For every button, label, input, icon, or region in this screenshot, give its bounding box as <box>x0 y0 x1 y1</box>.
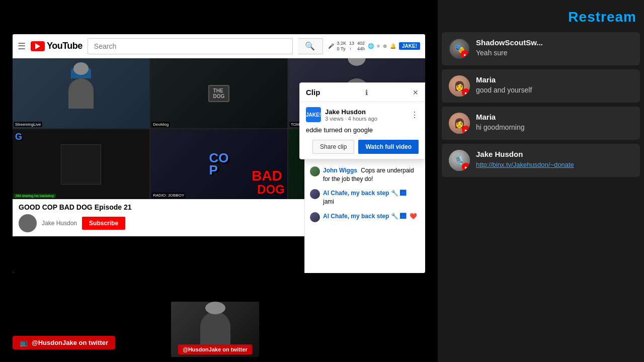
mic-icon[interactable]: 🎤 <box>328 43 334 49</box>
maria-avatar-1: 👩 <box>449 75 470 97</box>
video-cell-1: StreemingLive <box>13 58 149 128</box>
maria-2-body: Maria hi goodmorning <box>476 113 633 133</box>
left-section: ☰ YouTube 🔍 🎤 3.2K 0 Ty 13 ↑ 402 4 <box>0 0 438 362</box>
thumb-head <box>205 302 225 314</box>
right-section: Restream 🎭 ShadowScoutSw... Yeah sure 👩 … <box>438 0 644 362</box>
clip-channel-meta: 3 views · 4 hours ago <box>325 116 377 122</box>
maria-2-username: Maria <box>476 113 633 121</box>
stats-group-2: 13 ↑ <box>349 41 354 52</box>
youtube-platform-badge-maria1 <box>462 88 470 97</box>
clip-info-icon[interactable]: ℹ <box>365 88 368 97</box>
logo-plate: THEDOG <box>208 85 230 102</box>
dark-box <box>61 144 101 185</box>
subscribe-button[interactable]: Subscribe <box>82 217 125 230</box>
bad-text: BAD <box>252 168 282 184</box>
search-input[interactable] <box>88 38 293 54</box>
shadow-scout-username: ShadowScoutSw... <box>476 38 633 47</box>
user-avatar-btn[interactable]: JAKE! <box>399 42 420 50</box>
circle-icon[interactable]: 🌐 <box>368 43 374 49</box>
list-item: Al Chafe, my back step 🔧 🅰 jami <box>305 186 425 209</box>
chat-username: Al Chafe, my back step 🔧 🅰 <box>323 213 406 220</box>
chat-content: Al Chafe, my back step 🔧 🅰 jami <box>323 189 420 206</box>
list-icon[interactable]: ≡ <box>377 43 380 49</box>
restream-logo: Restream <box>568 9 636 25</box>
youtube-platform-badge-jake <box>462 163 470 171</box>
head <box>73 62 89 75</box>
thumb-person <box>200 312 230 347</box>
shadow-scout-avatar: 🎭 <box>449 38 470 59</box>
top-spacer <box>438 0 644 4</box>
chat-avatar <box>310 212 320 222</box>
browser-window: ☰ YouTube 🔍 🎤 3.2K 0 Ty 13 ↑ 402 4 <box>13 34 425 273</box>
clip-description: eddie turned on google <box>306 126 419 134</box>
hamburger-icon[interactable]: ☰ <box>18 41 26 52</box>
clip-more-button[interactable]: ⋮ <box>411 110 419 120</box>
chat-content: Al Chafe, my back step 🔧 🅰 ❤️ <box>323 212 417 221</box>
cell-label-5: RADIO: JOBBOY <box>151 193 186 198</box>
channel-name: Jake Husdon <box>42 220 77 227</box>
clip-watch-button[interactable]: Watch full video <box>358 140 419 154</box>
chat-avatar <box>310 189 320 199</box>
cell-label-2: Devildog <box>151 122 170 127</box>
blue-g-text: G <box>15 132 22 142</box>
video-cell-5: COP BAD DOG RADIO: JOBBOY <box>150 129 287 199</box>
cop-text: COP <box>209 152 229 176</box>
jake-donate-link[interactable]: http://binx.tv/Jakehusdon/~donate <box>476 161 574 168</box>
clip-share-button[interactable]: Share clip <box>312 140 354 154</box>
clip-popup: Clip ℹ ✕ JAKE! Jake Husdon 3 <box>299 82 425 159</box>
chat-card-maria-2: 👩 Maria hi goodmorning <box>442 107 640 140</box>
clip-header: Clip ℹ ✕ <box>300 83 425 102</box>
search-button[interactable]: 🔍 <box>298 38 323 54</box>
list-item: Al Chafe, my back step 🔧 🅰 ❤️ <box>305 209 425 225</box>
shadow-scout-body: ShadowScoutSw... Yeah sure <box>476 38 633 58</box>
list-item: John Wiggs Cops are underpaid for the jo… <box>305 163 425 187</box>
clip-channel-logo: JAKE! <box>306 107 321 122</box>
live-label: JIM sharing his backdrop <box>14 194 56 198</box>
clip-channel-info: Jake Husdon 3 views · 4 hours ago <box>325 108 377 122</box>
youtube-content: StreemingLive THEDOG Devildog <box>13 58 425 273</box>
stats-group: 3.2K 0 Ty <box>337 41 347 52</box>
chat-username: John Wiggs <box>323 167 357 174</box>
chat-username: Al Chafe, my back step 🔧 🅰 <box>323 190 406 197</box>
jake-username: Jake Husdon <box>476 150 633 158</box>
twitter-banner[interactable]: 📺 @HusdonJake on twitter <box>13 336 115 349</box>
video-cell-2: THEDOG Devildog <box>150 58 287 128</box>
youtube-logo-icon <box>31 41 45 51</box>
clip-title: Clip <box>306 88 320 97</box>
toolbar-icons: 🎤 3.2K 0 Ty 13 ↑ 402 44h 🌐 ≡ ⊕ 🔔 JAKE! <box>328 41 420 52</box>
bell-icon[interactable]: 🔔 <box>390 43 396 49</box>
video-cell-4: G JIM sharing his backdrop <box>13 129 149 199</box>
person-1 <box>68 78 94 109</box>
maria-1-username: Maria <box>476 75 633 84</box>
plus-icon[interactable]: ⊕ <box>383 43 387 49</box>
channel-avatar <box>19 214 37 232</box>
youtube-logo[interactable]: YouTube <box>31 41 83 51</box>
head-3 <box>348 58 366 66</box>
clip-close-button[interactable]: ✕ <box>413 88 419 97</box>
chat-card-maria-1: 👩 Maria good and yourself <box>442 69 640 103</box>
bottom-thumbnail: @HusdonJake on twitter <box>171 302 259 357</box>
youtube-platform-badge-maria2 <box>462 126 470 134</box>
youtube-logo-text: YouTube <box>47 41 83 51</box>
jake-message: http://binx.tv/Jakehusdon/~donate <box>476 160 633 170</box>
maria-avatar-2: 👩 <box>449 113 470 134</box>
youtube-toolbar: ☰ YouTube 🔍 🎤 3.2K 0 Ty 13 ↑ 402 4 <box>13 34 425 58</box>
chat-card-jake: 🎙️ Jake Husdon http://binx.tv/Jakehusdon… <box>442 144 640 177</box>
maria-1-message: good and yourself <box>476 85 633 96</box>
chat-content: John Wiggs Cops are underpaid for the jo… <box>323 166 420 184</box>
clip-channel-name: Jake Husdon <box>325 108 377 116</box>
youtube-platform-badge <box>461 50 469 58</box>
cell-label-1: StreemingLive <box>14 122 42 127</box>
clip-channel: JAKE! Jake Husdon 3 views · 4 hours ago … <box>306 107 419 122</box>
chat-avatar <box>310 166 320 176</box>
maria-2-message: hi goodmorning <box>476 123 633 133</box>
chat-card-shadow-scout: 🎭 ShadowScoutSw... Yeah sure <box>442 32 640 65</box>
bottom-twitter-container: @HusdonJake on twitter <box>178 344 253 354</box>
maria-1-body: Maria good and yourself <box>476 75 633 96</box>
clip-actions: Share clip Watch full video <box>306 140 419 154</box>
jake-avatar: 🎙️ <box>449 150 470 171</box>
bottom-twitter-tag[interactable]: @HusdonJake on twitter <box>178 344 253 354</box>
clip-body: JAKE! Jake Husdon 3 views · 4 hours ago … <box>300 102 425 159</box>
shadow-scout-message: Yeah sure <box>476 48 633 58</box>
dog-text: DOG <box>257 183 285 197</box>
